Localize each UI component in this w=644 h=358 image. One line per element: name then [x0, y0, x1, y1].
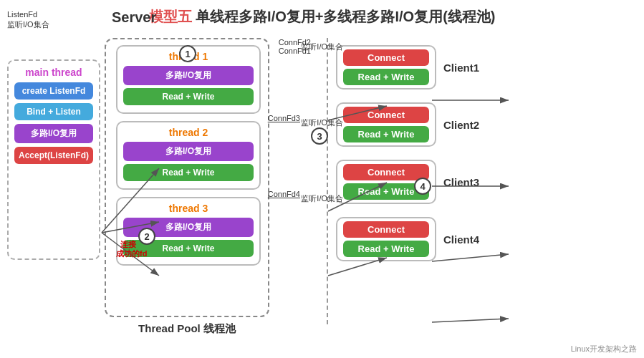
- title-text: 单线程多路I/O复用+多线程多路I/O复用(线程池): [196, 9, 495, 24]
- client2-box: Connect Read + Write: [336, 102, 436, 147]
- page-title: 模型五 单线程多路I/O复用+多线程多路I/O复用(线程池): [0, 0, 644, 31]
- thread3-rw: Read + Write: [123, 240, 254, 257]
- dashed-divider: [327, 38, 328, 324]
- thread2-title: thread 2: [123, 127, 254, 138]
- jianting1-label: 监听I/O集合: [301, 42, 343, 52]
- thread1-rw: Read + Write: [123, 88, 254, 105]
- client4-connect: Connect: [343, 221, 429, 238]
- client2-rw: Read + Write: [343, 126, 429, 142]
- client1-rw: Read + Write: [343, 69, 429, 85]
- client2-name: Client2: [443, 119, 479, 131]
- thread3-title: thread 3: [123, 203, 254, 214]
- client4-rw: Read + Write: [343, 241, 429, 257]
- main-thread-label: main thread: [14, 67, 93, 78]
- listenfd-label: ListenFd监听I/O集合: [7, 9, 49, 30]
- thread-pool-box: ConnFd2ConnFd1 监听I/O集合 thread 1 多路I/O复用 …: [105, 38, 269, 317]
- bind-listen-btn: Bind + Listen: [14, 103, 93, 120]
- client3-rw: Read + Write: [343, 183, 429, 200]
- thread1-block: thread 1 多路I/O复用 Read + Write: [116, 45, 261, 114]
- thread2-io: 多路I/O复用: [123, 142, 254, 161]
- thread-pool-label: Thread Pool 线程池: [106, 322, 268, 336]
- client3-connect: Connect: [343, 164, 429, 180]
- client4-box: Connect Read + Write: [336, 217, 436, 261]
- io-multiplex-btn: 多路I/O复用: [14, 124, 93, 143]
- thread1-io: 多路I/O复用: [123, 66, 254, 85]
- main-layout: ListenFd监听I/O集合 main thread create Liste…: [0, 31, 644, 346]
- client3-box: Connect Read + Write: [336, 160, 436, 204]
- client3-group: Connect Read + Write Client3: [336, 160, 637, 204]
- thread2-block: thread 2 多路I/O复用 Read + Write: [116, 121, 261, 190]
- server-label: Server: [112, 9, 156, 26]
- jianting2-label: 监听I/O集合: [301, 117, 343, 128]
- thread3-io: 多路I/O复用: [123, 218, 254, 237]
- create-listenfd-btn: create ListenFd: [14, 82, 93, 100]
- client4-name: Client4: [443, 233, 479, 246]
- jianting3-label: 监听I/O集合: [301, 193, 343, 204]
- client1-name: Client1: [443, 62, 479, 74]
- thread1-title: thread 1: [123, 51, 254, 62]
- thread2-rw: Read + Write: [123, 164, 254, 181]
- accept-btn: Accept(ListenFd): [14, 147, 93, 164]
- watermark: Linux开发架构之路: [571, 344, 637, 354]
- client2-connect: Connect: [343, 107, 429, 123]
- client2-group: Connect Read + Write Client2: [336, 102, 637, 147]
- clients-col: Connect Read + Write Client1 Connect Rea…: [336, 45, 637, 346]
- client3-name: Client3: [443, 176, 479, 188]
- client1-group: Connect Read + Write Client1: [336, 45, 637, 90]
- client1-connect: Connect: [343, 49, 429, 66]
- connfd3-label: ConnFd3: [268, 114, 300, 122]
- main-thread-box: main thread create ListenFd Bind + Liste…: [7, 59, 100, 260]
- client1-box: Connect Read + Write: [336, 45, 436, 90]
- thread3-block: thread 3 多路I/O复用 Read + Write: [116, 197, 261, 266]
- connfd4-label: ConnFd4: [268, 190, 300, 198]
- client4-group: Connect Read + Write Client4: [336, 217, 637, 261]
